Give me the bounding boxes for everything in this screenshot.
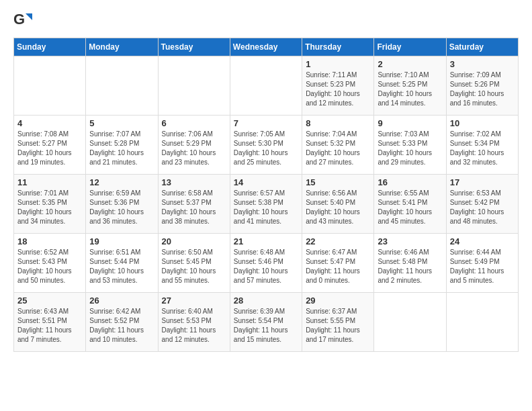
calendar-cell: 1Sunrise: 7:11 AM Sunset: 5:23 PM Daylig…	[302, 56, 374, 116]
day-number: 10	[450, 118, 515, 128]
day-info: Sunrise: 7:05 AM Sunset: 5:30 PM Dayligh…	[234, 130, 298, 167]
calendar-cell: 23Sunrise: 6:46 AM Sunset: 5:48 PM Dayli…	[374, 234, 446, 293]
header-cell-friday: Friday	[374, 38, 446, 56]
calendar-cell: 26Sunrise: 6:42 AM Sunset: 5:52 PM Dayli…	[86, 293, 158, 352]
day-number: 26	[89, 295, 154, 306]
day-number: 9	[378, 118, 442, 128]
day-info: Sunrise: 6:48 AM Sunset: 5:46 PM Dayligh…	[234, 248, 298, 285]
day-info: Sunrise: 7:03 AM Sunset: 5:33 PM Dayligh…	[378, 130, 442, 167]
day-info: Sunrise: 6:59 AM Sunset: 5:36 PM Dayligh…	[89, 189, 154, 226]
day-number: 18	[17, 236, 82, 246]
calendar-cell	[446, 293, 518, 352]
calendar-cell: 16Sunrise: 6:55 AM Sunset: 5:41 PM Dayli…	[374, 175, 446, 234]
header-cell-saturday: Saturday	[446, 38, 518, 56]
day-number: 20	[162, 236, 226, 246]
week-row-4: 18Sunrise: 6:52 AM Sunset: 5:43 PM Dayli…	[14, 234, 519, 293]
day-info: Sunrise: 7:07 AM Sunset: 5:28 PM Dayligh…	[89, 130, 154, 167]
day-number: 4	[17, 118, 82, 128]
calendar-cell: 22Sunrise: 6:47 AM Sunset: 5:47 PM Dayli…	[302, 234, 374, 293]
day-info: Sunrise: 6:57 AM Sunset: 5:38 PM Dayligh…	[234, 189, 298, 226]
day-info: Sunrise: 7:08 AM Sunset: 5:27 PM Dayligh…	[17, 130, 82, 167]
day-number: 11	[17, 177, 82, 187]
calendar-cell: 5Sunrise: 7:07 AM Sunset: 5:28 PM Daylig…	[86, 116, 158, 175]
header-cell-sunday: Sunday	[14, 38, 86, 56]
logo-icon: G	[13, 11, 32, 30]
calendar-table: SundayMondayTuesdayWednesdayThursdayFrid…	[13, 38, 519, 352]
header-cell-thursday: Thursday	[302, 38, 374, 56]
calendar-cell	[230, 56, 302, 116]
header-row: SundayMondayTuesdayWednesdayThursdayFrid…	[14, 38, 519, 56]
header-area: G	[13, 11, 519, 30]
calendar-cell: 3Sunrise: 7:09 AM Sunset: 5:26 PM Daylig…	[446, 56, 518, 116]
day-number: 7	[234, 118, 298, 128]
day-number: 28	[234, 295, 298, 306]
day-info: Sunrise: 6:55 AM Sunset: 5:41 PM Dayligh…	[378, 189, 442, 226]
day-info: Sunrise: 7:04 AM Sunset: 5:32 PM Dayligh…	[306, 130, 370, 167]
day-info: Sunrise: 6:43 AM Sunset: 5:51 PM Dayligh…	[17, 307, 82, 345]
header-cell-tuesday: Tuesday	[158, 38, 230, 56]
header-cell-monday: Monday	[86, 38, 158, 56]
day-info: Sunrise: 6:39 AM Sunset: 5:54 PM Dayligh…	[234, 307, 298, 345]
day-number: 24	[450, 236, 515, 246]
day-number: 3	[450, 59, 515, 69]
day-number: 13	[162, 177, 226, 187]
week-row-5: 25Sunrise: 6:43 AM Sunset: 5:51 PM Dayli…	[14, 293, 519, 352]
day-info: Sunrise: 6:47 AM Sunset: 5:47 PM Dayligh…	[306, 248, 370, 285]
calendar-cell: 19Sunrise: 6:51 AM Sunset: 5:44 PM Dayli…	[86, 234, 158, 293]
day-number: 23	[378, 236, 442, 246]
calendar-cell: 28Sunrise: 6:39 AM Sunset: 5:54 PM Dayli…	[230, 293, 302, 352]
header-cell-wednesday: Wednesday	[230, 38, 302, 56]
calendar-cell: 13Sunrise: 6:58 AM Sunset: 5:37 PM Dayli…	[158, 175, 230, 234]
day-info: Sunrise: 6:58 AM Sunset: 5:37 PM Dayligh…	[162, 189, 226, 226]
day-number: 22	[306, 236, 370, 246]
logo: G	[13, 11, 35, 30]
calendar-cell	[374, 293, 446, 352]
day-info: Sunrise: 6:42 AM Sunset: 5:52 PM Dayligh…	[89, 307, 154, 345]
svg-text:G: G	[13, 11, 25, 28]
calendar-cell: 17Sunrise: 6:53 AM Sunset: 5:42 PM Dayli…	[446, 175, 518, 234]
calendar-cell: 12Sunrise: 6:59 AM Sunset: 5:36 PM Dayli…	[86, 175, 158, 234]
calendar-cell: 29Sunrise: 6:37 AM Sunset: 5:55 PM Dayli…	[302, 293, 374, 352]
day-number: 8	[306, 118, 370, 128]
calendar-cell: 6Sunrise: 7:06 AM Sunset: 5:29 PM Daylig…	[158, 116, 230, 175]
calendar-cell	[86, 56, 158, 116]
calendar-cell: 14Sunrise: 6:57 AM Sunset: 5:38 PM Dayli…	[230, 175, 302, 234]
day-info: Sunrise: 7:09 AM Sunset: 5:26 PM Dayligh…	[450, 71, 515, 108]
day-number: 21	[234, 236, 298, 246]
day-number: 17	[450, 177, 515, 187]
day-info: Sunrise: 6:37 AM Sunset: 5:55 PM Dayligh…	[306, 307, 370, 345]
day-number: 15	[306, 177, 370, 187]
calendar-cell: 18Sunrise: 6:52 AM Sunset: 5:43 PM Dayli…	[14, 234, 86, 293]
calendar-cell: 9Sunrise: 7:03 AM Sunset: 5:33 PM Daylig…	[374, 116, 446, 175]
calendar-cell: 2Sunrise: 7:10 AM Sunset: 5:25 PM Daylig…	[374, 56, 446, 116]
day-info: Sunrise: 6:53 AM Sunset: 5:42 PM Dayligh…	[450, 189, 515, 226]
day-number: 29	[306, 295, 370, 306]
day-info: Sunrise: 7:06 AM Sunset: 5:29 PM Dayligh…	[162, 130, 226, 167]
day-info: Sunrise: 6:52 AM Sunset: 5:43 PM Dayligh…	[17, 248, 82, 285]
calendar-cell: 8Sunrise: 7:04 AM Sunset: 5:32 PM Daylig…	[302, 116, 374, 175]
calendar-cell: 24Sunrise: 6:44 AM Sunset: 5:49 PM Dayli…	[446, 234, 518, 293]
calendar-cell: 10Sunrise: 7:02 AM Sunset: 5:34 PM Dayli…	[446, 116, 518, 175]
calendar-cell: 4Sunrise: 7:08 AM Sunset: 5:27 PM Daylig…	[14, 116, 86, 175]
calendar-cell: 7Sunrise: 7:05 AM Sunset: 5:30 PM Daylig…	[230, 116, 302, 175]
day-number: 6	[162, 118, 226, 128]
day-number: 14	[234, 177, 298, 187]
day-info: Sunrise: 6:51 AM Sunset: 5:44 PM Dayligh…	[89, 248, 154, 285]
day-number: 19	[89, 236, 154, 246]
calendar-cell: 27Sunrise: 6:40 AM Sunset: 5:53 PM Dayli…	[158, 293, 230, 352]
day-info: Sunrise: 7:10 AM Sunset: 5:25 PM Dayligh…	[378, 71, 442, 108]
day-info: Sunrise: 7:01 AM Sunset: 5:35 PM Dayligh…	[17, 189, 82, 226]
day-info: Sunrise: 6:50 AM Sunset: 5:45 PM Dayligh…	[162, 248, 226, 285]
week-row-3: 11Sunrise: 7:01 AM Sunset: 5:35 PM Dayli…	[14, 175, 519, 234]
calendar-cell: 25Sunrise: 6:43 AM Sunset: 5:51 PM Dayli…	[14, 293, 86, 352]
day-number: 1	[306, 59, 370, 69]
day-info: Sunrise: 6:56 AM Sunset: 5:40 PM Dayligh…	[306, 189, 370, 226]
day-number: 16	[378, 177, 442, 187]
svg-marker-1	[26, 13, 32, 20]
week-row-2: 4Sunrise: 7:08 AM Sunset: 5:27 PM Daylig…	[14, 116, 519, 175]
day-info: Sunrise: 6:44 AM Sunset: 5:49 PM Dayligh…	[450, 248, 515, 285]
day-info: Sunrise: 6:40 AM Sunset: 5:53 PM Dayligh…	[162, 307, 226, 345]
calendar-cell: 15Sunrise: 6:56 AM Sunset: 5:40 PM Dayli…	[302, 175, 374, 234]
day-number: 27	[162, 295, 226, 306]
calendar-cell	[14, 56, 86, 116]
